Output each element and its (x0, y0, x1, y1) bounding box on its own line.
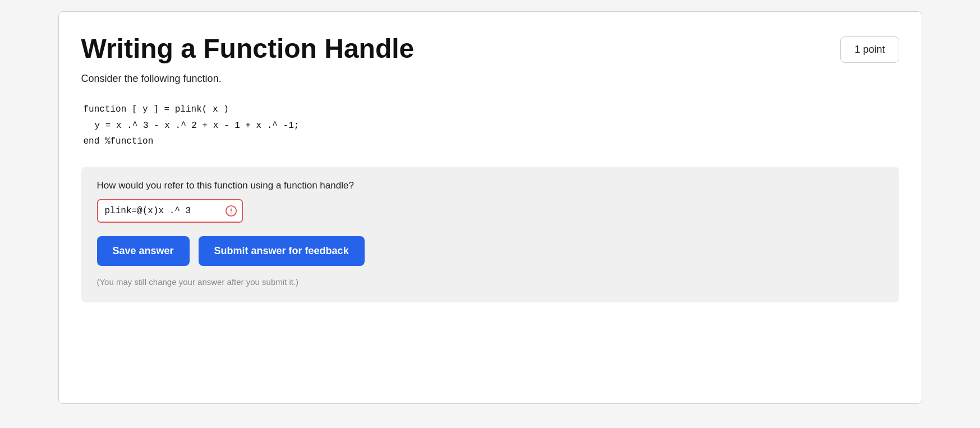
input-row (97, 199, 884, 223)
save-answer-button[interactable]: Save answer (97, 236, 190, 266)
page-title: Writing a Function Handle (81, 34, 415, 64)
code-line-2: y = x .^ 3 - x .^ 2 + x - 1 + x .^ -1; (84, 118, 899, 134)
points-badge: 1 point (840, 36, 899, 63)
answer-input[interactable] (97, 199, 243, 223)
header-area: Writing a Function Handle 1 point (81, 34, 899, 64)
answer-question-label: How would you refer to this function usi… (97, 180, 884, 191)
answer-section: How would you refer to this function usi… (81, 167, 899, 302)
code-line-1: function [ y ] = plink( x ) (84, 102, 899, 118)
answer-input-wrapper (97, 199, 243, 223)
code-block: function [ y ] = plink( x ) y = x .^ 3 -… (81, 102, 899, 150)
note-text: (You may still change your answer after … (97, 277, 884, 287)
page-container: Writing a Function Handle 1 point Consid… (58, 11, 922, 404)
code-line-3: end %function (84, 134, 899, 150)
buttons-row: Save answer Submit answer for feedback (97, 236, 884, 266)
question-subtitle: Consider the following function. (81, 73, 899, 85)
submit-answer-button[interactable]: Submit answer for feedback (199, 236, 365, 266)
